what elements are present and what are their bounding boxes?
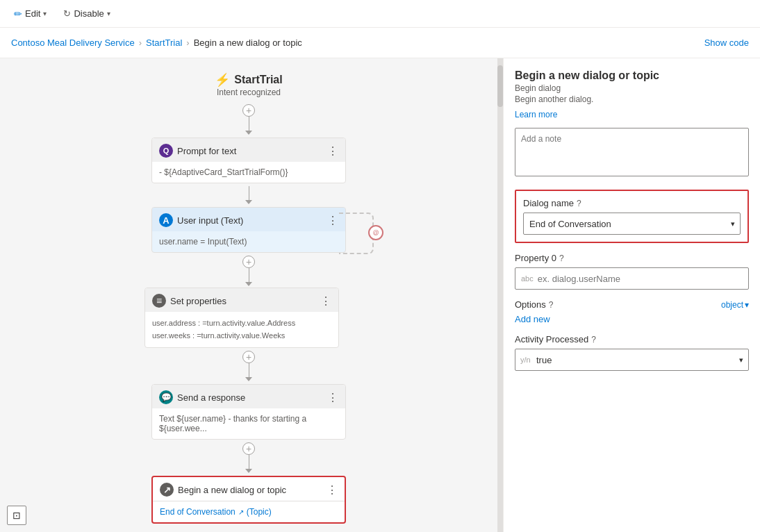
panel-subtitle: Begin dialog — [515, 83, 749, 93]
breadcrumb-bar: Contoso Meal Delivery Service › StartTri… — [0, 28, 760, 58]
begindialog-menu-icon[interactable]: ⋮ — [327, 483, 338, 497]
flow-canvas[interactable]: ⚡ StartTrial Intent recognized + Q Promp… — [0, 58, 497, 532]
userinput-card-header: A User input (Text) ⋮ — [152, 208, 345, 231]
options-type-selector[interactable]: object ▾ — [721, 300, 749, 310]
property-prefix: abc — [521, 274, 534, 283]
dialog-name-label-text: Dialog name — [523, 198, 574, 208]
begindialog-card-title-wrapper: ↗ Begin a new dialog or topic — [160, 483, 286, 497]
learn-more-link[interactable]: Learn more — [515, 110, 749, 119]
start-node-icon: ⚡ — [215, 72, 230, 88]
begindialog-body: End of Conversation ↗ (Topic) — [153, 501, 345, 522]
sendresponse-body-text: Text ${user.name} - thanks for starting … — [159, 414, 306, 433]
breadcrumb-part2[interactable]: StartTrial — [146, 38, 182, 48]
activity-select-wrapper: y/n true false ▾ — [515, 349, 749, 371]
userinput-menu-icon[interactable]: ⋮ — [327, 214, 338, 227]
dialog-link-text: End of Conversation — [160, 507, 236, 517]
panel-title: Begin a new dialog or topic — [515, 69, 749, 82]
connector-arrow-2 — [245, 200, 252, 204]
property-label: Property 0 ? — [515, 253, 749, 263]
connector-line-3 — [249, 268, 249, 282]
prompt-icon: Q — [159, 144, 173, 158]
panel-description: Begin another dialog. — [515, 94, 749, 104]
edit-icon: ✏ — [14, 8, 22, 19]
userinput-wrapper: A User input (Text) ⋮ user.name = Input(… — [144, 206, 353, 254]
property-label-text: Property 0 — [515, 253, 556, 263]
activity-section: Activity Processed ? y/n true false ▾ — [515, 334, 749, 371]
connector-arrow-3 — [245, 282, 252, 286]
start-node-subtitle: Intent recognized — [215, 88, 282, 97]
userinput-card[interactable]: A User input (Text) ⋮ user.name = Input(… — [151, 207, 346, 253]
branch-indicator-icon: @ — [368, 225, 383, 240]
dialog-name-label: Dialog name ? — [523, 198, 741, 208]
property-input-wrapper: abc — [515, 267, 749, 290]
setprops-card-title-wrapper: ≡ Set properties — [152, 294, 226, 308]
connector-4: + — [242, 351, 255, 381]
activity-label: Activity Processed ? — [515, 334, 749, 344]
setprops-title: Set properties — [170, 296, 226, 306]
options-label-text: Options — [515, 299, 546, 310]
main-layout: ⚡ StartTrial Intent recognized + Q Promp… — [0, 58, 760, 532]
prompt-body-text: - ${AdaptiveCard_StartTrialForm()} — [159, 167, 288, 177]
setprops-body: user.address : =turn.activity.value.Addr… — [145, 312, 338, 347]
dialog-name-help-icon[interactable]: ? — [577, 199, 581, 208]
sendresponse-body: Text ${user.name} - thanks for starting … — [152, 408, 345, 439]
property-section: Property 0 ? abc — [515, 253, 749, 290]
canvas-scrollbar[interactable] — [497, 58, 503, 532]
connector-5: + — [242, 442, 255, 473]
connector-line-4 — [249, 363, 249, 377]
add-step-btn-3[interactable]: + — [242, 351, 255, 363]
edit-label: Edit — [25, 8, 40, 19]
branch-section: A User input (Text) ⋮ user.name = Input(… — [144, 185, 353, 349]
prompt-card[interactable]: Q Prompt for text ⋮ - ${AdaptiveCard_Sta… — [151, 138, 346, 183]
dialog-name-select-wrapper: End of Conversation ▾ — [523, 213, 741, 235]
userinput-title: User input (Text) — [177, 215, 243, 226]
sendresponse-card-header: 💬 Send a response ⋮ — [152, 385, 345, 408]
add-step-btn-2[interactable]: + — [242, 256, 255, 268]
activity-select[interactable]: true false — [515, 349, 749, 371]
prompt-body: - ${AdaptiveCard_StartTrialForm()} — [152, 162, 345, 183]
userinput-card-title-wrapper: A User input (Text) — [159, 213, 243, 227]
sendresponse-menu-icon[interactable]: ⋮ — [327, 391, 338, 404]
start-node-title: StartTrial — [234, 74, 282, 86]
collapse-icon[interactable]: ⊡ — [7, 506, 26, 525]
begindialog-card[interactable]: ↗ Begin a new dialog or topic ⋮ End of C… — [151, 476, 346, 524]
breadcrumb-part1[interactable]: Contoso Meal Delivery Service — [11, 38, 135, 48]
canvas-area: ⚡ StartTrial Intent recognized + Q Promp… — [0, 58, 503, 532]
dialog-link-suffix: (Topic) — [247, 507, 272, 517]
collapse-icon-symbol: ⊡ — [13, 510, 21, 521]
disable-icon: ↻ — [63, 8, 71, 19]
options-section: Options ? object ▾ Add new — [515, 299, 749, 324]
setprops-card[interactable]: ≡ Set properties ⋮ user.address : =turn.… — [144, 288, 339, 348]
prompt-menu-icon[interactable]: ⋮ — [327, 144, 338, 158]
activity-help-icon[interactable]: ? — [591, 335, 596, 344]
setprops-line1: user.address : =turn.activity.value.Addr… — [152, 317, 331, 330]
connector-arrow-4 — [245, 377, 252, 381]
userinput-body-text: user.name = Input(Text) — [159, 237, 247, 247]
add-step-btn-1[interactable]: + — [242, 104, 255, 117]
options-type-text: object — [721, 300, 743, 310]
disable-button[interactable]: ↻ Disable ▾ — [58, 6, 115, 22]
property-help-icon[interactable]: ? — [559, 253, 564, 263]
property-input[interactable] — [538, 274, 743, 284]
dialog-link-external-icon: ↗ — [238, 508, 244, 516]
setprops-line2: user.weeks : =turn.activity.value.Weeks — [152, 330, 331, 342]
breadcrumb-part3: Begin a new dialog or topic — [194, 38, 302, 48]
add-step-btn-4[interactable]: + — [242, 442, 255, 455]
dialog-name-select[interactable]: End of Conversation — [523, 213, 741, 235]
toolbar: ✏ Edit ▾ ↻ Disable ▾ — [0, 0, 760, 28]
begindialog-title: Begin a new dialog or topic — [178, 485, 286, 495]
sendresponse-card[interactable]: 💬 Send a response ⋮ Text ${user.name} - … — [151, 384, 346, 440]
note-textarea[interactable] — [515, 128, 749, 176]
add-new-button[interactable]: Add new — [515, 314, 550, 324]
setprops-card-header: ≡ Set properties ⋮ — [145, 288, 338, 312]
disable-label: Disable — [74, 8, 104, 19]
setprops-menu-icon[interactable]: ⋮ — [320, 294, 331, 308]
dialog-link[interactable]: End of Conversation ↗ (Topic) — [160, 507, 338, 517]
show-code-button[interactable]: Show code — [704, 38, 749, 48]
connector-3: + — [144, 256, 353, 286]
edit-chevron-icon: ▾ — [43, 10, 47, 17]
options-type-chevron-icon: ▾ — [745, 300, 749, 310]
options-help-icon[interactable]: ? — [549, 300, 554, 310]
connector-2 — [144, 186, 353, 204]
edit-button[interactable]: ✏ Edit ▾ — [8, 6, 52, 22]
